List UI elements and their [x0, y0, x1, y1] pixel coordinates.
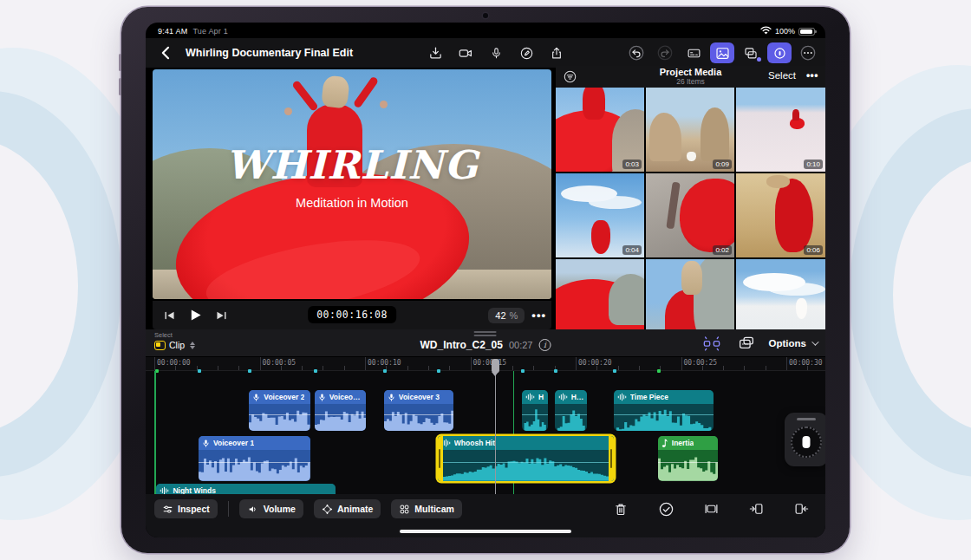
- mic-icon: [388, 393, 395, 402]
- jog-grip[interactable]: [797, 418, 816, 420]
- timeline-clip-time-piece[interactable]: Time Piece: [614, 390, 714, 431]
- media-thumbnail-sky-clouds-red[interactable]: 0:04: [556, 173, 644, 257]
- jog-dial[interactable]: [791, 427, 822, 458]
- ruler-label: 00:00:05: [263, 359, 297, 367]
- ruler-tick: [533, 366, 534, 370]
- insert-right-icon[interactable]: [789, 498, 813, 519]
- ruler-tick: [154, 357, 155, 370]
- timeline-ruler[interactable]: 00:00:0000:00:0500:00:1000:00:1500:00:20…: [146, 357, 825, 371]
- share-icon[interactable]: [544, 42, 569, 63]
- playhead-line[interactable]: [495, 371, 497, 494]
- clip-start-marker: [657, 369, 661, 373]
- connect-clip-icon[interactable]: [734, 333, 759, 354]
- play-button[interactable]: [184, 305, 206, 326]
- trim-icon[interactable]: [699, 498, 723, 519]
- timeline-clip-night-winds[interactable]: Night Winds: [156, 484, 336, 494]
- overlay-clips-button[interactable]: [739, 42, 763, 63]
- approve-icon[interactable]: [654, 498, 678, 519]
- media-thumbnail-white-dancer[interactable]: [736, 259, 825, 329]
- clip-info-button[interactable]: i: [538, 339, 551, 351]
- timeline-toolbar: Inspect Volume Animate Multicam: [146, 494, 825, 524]
- trim-handle-left[interactable]: [438, 436, 443, 481]
- media-thumbnail-golden-reeds[interactable]: 0:06: [736, 173, 825, 257]
- clip-label: H…: [538, 393, 544, 401]
- clip-start-marker: [248, 369, 251, 373]
- timeline-tracks[interactable]: 00:00:0000:00:0500:00:1000:00:1500:00:20…: [146, 357, 825, 494]
- clip-label: Voiceover 3: [399, 393, 440, 401]
- thumbnail-duration: 0:04: [622, 245, 642, 255]
- media-panel-header: Project Media 26 Items Select •••: [556, 66, 825, 88]
- timeline-clip-inertia[interactable]: Inertia: [658, 436, 718, 481]
- media-thumbnail-badlands-swirl[interactable]: [556, 259, 644, 329]
- redo-icon[interactable]: [653, 42, 677, 63]
- options-dropdown[interactable]: Options: [769, 338, 817, 348]
- video-viewer[interactable]: WHIRLING Meditation in Motion: [153, 69, 551, 299]
- clip-waveform: [249, 404, 310, 431]
- timecode-display[interactable]: 00:00:16:08: [308, 306, 396, 323]
- clip-header: Voiceover 2: [249, 390, 310, 404]
- media-thumbnail-salt-flat-red[interactable]: 0:10: [736, 88, 825, 172]
- clip-type-selector[interactable]: Clip: [154, 340, 195, 350]
- badge-dot: [757, 57, 761, 62]
- jog-wheel-control[interactable]: [785, 413, 825, 466]
- media-thumbnail-gravel-swirl[interactable]: 0:02: [646, 173, 734, 257]
- timeline-clip-voiceover-2[interactable]: Voiceover 2: [249, 390, 310, 431]
- clip-start-marker: [314, 369, 317, 373]
- home-indicator[interactable]: [400, 530, 571, 533]
- media-thumbnail-rock-valley[interactable]: 0:09: [646, 88, 734, 172]
- skip-to-start-button[interactable]: [158, 305, 180, 326]
- clip-label: Inertia: [672, 439, 694, 447]
- clip-waveform: [199, 450, 310, 481]
- status-bar: 9:41 AMTue Apr 1 100%: [146, 23, 825, 38]
- ruler-label: 00:00:10: [368, 359, 401, 367]
- timeline-clip-whoosh-hit[interactable]: Whoosh Hit: [438, 436, 614, 481]
- zoom-level[interactable]: 42%: [488, 308, 525, 323]
- timeline-clip-high-[interactable]: High…: [555, 390, 588, 431]
- media-thumbnail-hat-portrait[interactable]: [646, 259, 734, 329]
- ruler-tick: [512, 366, 513, 370]
- inspect-button[interactable]: Inspect: [154, 499, 218, 518]
- project-media-panel: Project Media 26 Items Select ••• 0:030:…: [556, 66, 825, 329]
- clip-waveform: [522, 404, 548, 431]
- playhead-handle[interactable]: [492, 359, 499, 373]
- clip-label: Time Piece: [630, 393, 668, 401]
- ruler-tick: [807, 366, 808, 370]
- timeline-clip-voiceover-3[interactable]: Voiceover 3: [384, 390, 453, 431]
- volume-button-toolbar[interactable]: Volume: [239, 499, 303, 518]
- ruler-label: 00:00:30: [789, 359, 823, 367]
- wave-icon: [525, 393, 535, 401]
- viewer-more-icon[interactable]: •••: [531, 309, 546, 322]
- panel-drag-handle[interactable]: [474, 331, 497, 336]
- multicam-button[interactable]: Multicam: [391, 499, 462, 518]
- timeline-clip-h-[interactable]: H…: [522, 390, 548, 431]
- media-thumbnail-red-twirl-closeup[interactable]: 0:03: [556, 88, 644, 172]
- media-more-icon[interactable]: •••: [806, 69, 818, 81]
- select-button[interactable]: Select: [768, 70, 796, 81]
- ruler-tick: [344, 366, 345, 370]
- record-audio-icon[interactable]: [484, 42, 508, 63]
- undo-icon[interactable]: [624, 42, 648, 63]
- clip-waveform: [315, 404, 367, 431]
- media-thumbnail-grid: 0:030:090:100:040:020:06: [556, 88, 825, 329]
- thumbnail-duration: 0:10: [804, 160, 823, 169]
- back-button[interactable]: [153, 42, 177, 63]
- dancer-hand: [380, 101, 388, 108]
- timeline-clip-voiceover-1[interactable]: Voiceover 1: [199, 436, 310, 481]
- record-video-icon[interactable]: [453, 42, 478, 63]
- delete-icon[interactable]: [609, 498, 633, 519]
- draw-tool-icon[interactable]: [514, 42, 538, 63]
- media-browser-button[interactable]: [710, 42, 734, 63]
- animate-button[interactable]: Animate: [314, 499, 381, 518]
- insert-left-icon[interactable]: [744, 498, 768, 519]
- clip-header: H…: [522, 390, 548, 404]
- clip-label: Voiceover 2: [264, 393, 304, 401]
- more-options-icon[interactable]: [796, 42, 820, 63]
- timeline-clip-voiceover-2[interactable]: Voiceover 2: [315, 390, 367, 431]
- magnetic-timeline-icon[interactable]: [700, 333, 724, 354]
- skip-to-end-button[interactable]: [210, 305, 232, 326]
- jog-wheel-button[interactable]: [767, 42, 792, 63]
- external-display-icon[interactable]: [681, 42, 706, 63]
- dancer-arm: [291, 80, 319, 112]
- import-icon[interactable]: [423, 42, 447, 63]
- trim-handle-right[interactable]: [609, 436, 614, 481]
